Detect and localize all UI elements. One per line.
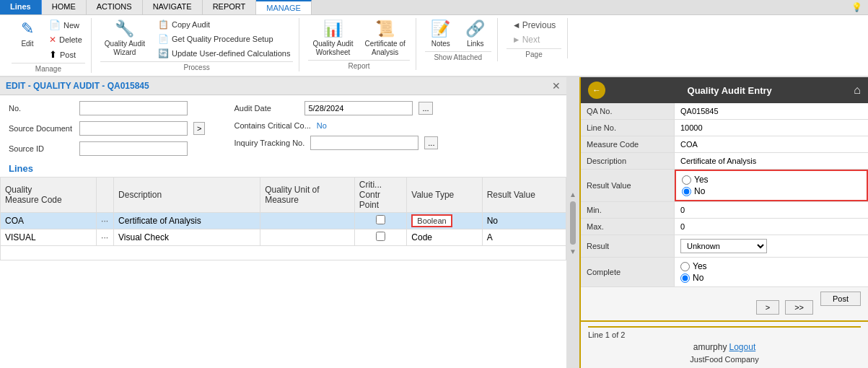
- edit-button[interactable]: ✎ Edit: [12, 18, 43, 50]
- lines-title: Lines: [0, 159, 566, 177]
- company-name: JustFood Company: [588, 355, 861, 364]
- last-record-button[interactable]: >>: [785, 300, 813, 315]
- complete-field: Yes No: [675, 258, 868, 286]
- min-value: 0: [675, 202, 868, 218]
- result-yes-option[interactable]: Yes: [682, 175, 709, 185]
- max-row: Max. 0: [581, 219, 868, 235]
- result-no-radio[interactable]: [682, 187, 691, 196]
- row-unit: [260, 213, 355, 229]
- audit-date-lookup-button[interactable]: ...: [418, 102, 432, 115]
- update-icon: 🔄: [158, 48, 169, 58]
- ribbon-tab-manage[interactable]: MANAGE: [256, 0, 312, 14]
- ribbon-tab-actions[interactable]: ACTIONS: [87, 0, 143, 14]
- line-no-label: Line No.: [581, 120, 675, 136]
- detail-panel-footer: Line 1 of 2 amurphy Logout JustFood Comp…: [581, 320, 868, 368]
- col-critical: Criti...ContrPoint: [354, 178, 407, 213]
- lightbulb-icon[interactable]: 💡: [846, 0, 868, 14]
- detail-panel: ← Quality Audit Entry ⌂ QA No. QA015845 …: [579, 77, 868, 368]
- inquiry-tracking-lookup-button[interactable]: ...: [424, 136, 438, 149]
- certificate-of-analysis-button[interactable]: 📜 Certificate ofAnalysis: [361, 18, 410, 58]
- row-critical[interactable]: [354, 229, 407, 246]
- tab-lines[interactable]: Lines: [0, 0, 42, 14]
- delete-icon: ✕: [49, 35, 56, 45]
- source-document-lookup-button[interactable]: >: [193, 122, 205, 135]
- quality-audit-wizard-button[interactable]: 🔧 Quality AuditWizard: [100, 18, 149, 58]
- ribbon-tab-navigate[interactable]: NAVIGATE: [143, 0, 203, 14]
- home-icon[interactable]: ⌂: [854, 84, 861, 97]
- post-icon: ⬆: [49, 49, 57, 60]
- qa-no-value: QA015845: [675, 103, 868, 119]
- source-document-label: Source Document: [9, 124, 74, 133]
- row-dots-btn[interactable]: ···: [97, 229, 114, 246]
- detail-panel-header: ← Quality Audit Entry ⌂: [581, 77, 868, 103]
- next-record-button[interactable]: >: [756, 300, 779, 315]
- quality-audit-worksheet-button[interactable]: 📊 Quality AuditWorksheet: [308, 18, 357, 58]
- col-quality-measure-code: QualityMeasure Code: [1, 178, 97, 213]
- back-button[interactable]: ←: [588, 82, 605, 99]
- result-yes-radio[interactable]: [682, 175, 691, 185]
- complete-no-option[interactable]: No: [680, 273, 707, 283]
- next-button[interactable]: ► Next: [509, 34, 559, 45]
- back-icon: ←: [592, 85, 601, 95]
- new-button[interactable]: 📄 New: [46, 18, 85, 32]
- result-value-label: Result Value: [581, 170, 675, 201]
- get-quality-procedure-button[interactable]: 📄 Get Quality Procedure Setup: [155, 32, 293, 45]
- result-select[interactable]: Unknown Pass Fail: [680, 239, 767, 253]
- table-row[interactable]: [1, 246, 566, 260]
- row-code: COA: [1, 213, 97, 229]
- source-document-input[interactable]: [79, 121, 188, 136]
- lines-table: QualityMeasure Code Description Quality …: [0, 177, 566, 260]
- close-button[interactable]: ✕: [552, 80, 561, 92]
- min-row: Min. 0: [581, 202, 868, 219]
- line-info: Line 1 of 2: [588, 330, 861, 339]
- col-result-value: Result Value: [482, 178, 566, 213]
- row-description: Certificate of Analysis: [114, 213, 260, 229]
- update-calculations-button[interactable]: 🔄 Update User-defined Calculations: [155, 47, 293, 60]
- row-critical[interactable]: [354, 213, 407, 229]
- logout-link[interactable]: Logout: [729, 342, 756, 352]
- no-input[interactable]: [79, 101, 188, 115]
- notes-button[interactable]: 📝 Notes: [425, 18, 457, 50]
- row-value-type: Boolean: [407, 213, 482, 229]
- source-id-input[interactable]: [79, 141, 188, 156]
- previous-icon: ◄: [512, 20, 521, 30]
- table-row[interactable]: VISUAL ··· Visual Check Code A: [1, 229, 566, 246]
- row-value-type: Code: [407, 229, 482, 246]
- ribbon-tab-report[interactable]: REPORT: [203, 0, 257, 14]
- measure-code-value: COA: [675, 136, 868, 152]
- ribbon-tab-home[interactable]: HOME: [42, 0, 87, 14]
- row-dots-btn[interactable]: ···: [97, 213, 114, 229]
- complete-yes-radio[interactable]: [680, 262, 690, 271]
- delete-button[interactable]: ✕ Delete: [46, 33, 85, 46]
- table-row[interactable]: COA ··· Certificate of Analysis Boolean …: [1, 213, 566, 229]
- line-no-row: Line No. 10000: [581, 120, 868, 136]
- result-no-option[interactable]: No: [682, 186, 709, 196]
- post-button[interactable]: Post: [820, 292, 861, 306]
- complete-yes-option[interactable]: Yes: [680, 261, 707, 271]
- next-icon: ►: [512, 35, 521, 45]
- measure-code-row: Measure Code COA: [581, 136, 868, 153]
- no-label: No.: [9, 104, 74, 113]
- complete-no-radio[interactable]: [680, 273, 690, 283]
- copy-audit-button[interactable]: 📋 Copy Audit: [155, 18, 293, 31]
- source-id-label: Source ID: [9, 144, 74, 153]
- new-icon: 📄: [49, 19, 61, 30]
- description-row: Description Certificate of Analysis: [581, 153, 868, 170]
- result-dropdown-container: Unknown Pass Fail: [675, 235, 868, 257]
- audit-date-input[interactable]: [304, 101, 413, 115]
- qa-no-label: QA No.: [581, 103, 675, 119]
- detail-panel-title: Quality Audit Entry: [605, 85, 854, 96]
- inquiry-tracking-label: Inquiry Tracking No.: [234, 139, 304, 147]
- links-button[interactable]: 🔗 Links: [460, 18, 491, 50]
- col-quality-unit: Quality Unit ofMeasure: [260, 178, 355, 213]
- result-value-row: Result Value Yes No: [581, 170, 868, 202]
- username: amurphy: [693, 342, 727, 352]
- copy-icon: 📋: [158, 19, 169, 30]
- inquiry-tracking-input[interactable]: [310, 136, 418, 150]
- post-button-ribbon[interactable]: ⬆ Post: [46, 48, 85, 61]
- max-label: Max.: [581, 219, 675, 235]
- audit-date-label: Audit Date: [234, 104, 299, 113]
- previous-button[interactable]: ◄ Previous: [509, 19, 559, 31]
- row-description: Visual Check: [114, 229, 260, 246]
- row-result: No: [482, 213, 566, 229]
